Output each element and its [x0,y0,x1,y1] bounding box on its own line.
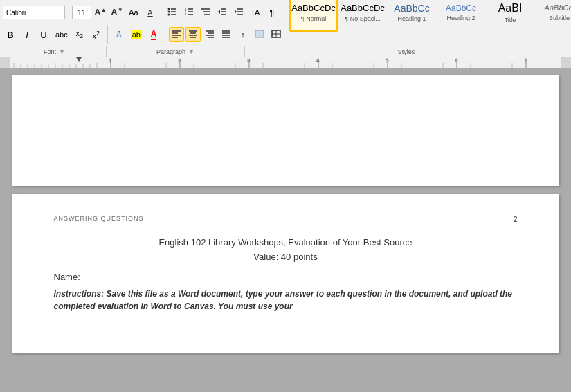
sort-icon: ↕A [251,8,260,17]
bold-button[interactable]: B [3,27,18,42]
divider5 [165,25,165,44]
font-section-label: Font ▼ [3,46,107,57]
page-number: 2 [513,215,517,223]
style-h2-preview: AaBbCc [446,3,476,13]
style-title[interactable]: AaBI Title [486,0,534,32]
clear-formatting-button[interactable]: A [143,5,158,20]
justify-button[interactable] [219,27,234,42]
sort-button[interactable]: ↕A [248,5,263,20]
style-title-preview: AaBI [498,1,523,15]
ribbon-row1: Calibri 11 A▲ A▼ Aa A 1.2.3. [3,1,568,24]
underline-button[interactable]: U [36,27,51,42]
align-left-button[interactable] [169,27,184,42]
shading-icon [255,29,264,40]
multilevel-list-icon [201,7,210,18]
bullets-button[interactable] [165,5,180,20]
style-normal[interactable]: AaBbCcDc ¶ Normal [289,0,338,32]
increase-indent-button[interactable] [231,5,246,20]
font-color-button[interactable]: A [146,27,161,42]
align-center-button[interactable] [185,27,201,42]
text-effects-icon: A [116,30,122,39]
align-right-button[interactable] [202,27,217,42]
document-area: ANSWERING QUESTIONS 2 English 102 Librar… [0,68,571,371]
doc-value: Value: 40 points [54,252,518,262]
style-nospace-label: ¶ No Spaci... [345,15,380,22]
bold-icon: B [7,30,13,40]
style-subtitle[interactable]: AaBbCcl Subtitle [535,0,571,32]
styles-section-label: Styles [245,46,568,57]
style-title-label: Title [505,17,516,24]
bullets-icon [167,7,177,18]
svg-marker-19 [235,10,237,14]
ruler-svg: 1 2 3 4 5 6 7 [0,57,571,68]
numbering-icon: 1.2.3. [184,7,194,18]
page-header-title: ANSWERING QUESTIONS [54,215,144,222]
show-hide-button[interactable]: ¶ [264,5,280,20]
numbering-button[interactable]: 1.2.3. [181,5,197,20]
svg-rect-39 [255,30,264,37]
subscript-button[interactable]: x2 [72,27,87,42]
italic-button[interactable]: I [19,27,35,42]
borders-button[interactable] [269,27,284,42]
strikethrough-button[interactable]: abc [53,27,71,42]
font-color-icon: A [151,29,157,40]
justify-icon [221,29,231,40]
font-shrink-button[interactable]: A▼ [109,5,125,20]
font-grow-button[interactable]: A▲ [93,5,108,20]
italic-icon: I [26,30,28,40]
borders-icon [271,29,281,40]
svg-point-0 [168,8,170,10]
ribbon: Calibri 11 A▲ A▼ Aa A 1.2.3. [0,0,571,57]
align-center-icon [188,29,198,40]
paragraph-section-label: Paragraph ▼ [107,46,245,57]
text-effects-button[interactable]: A [111,27,127,42]
increase-indent-icon [234,7,244,18]
style-normal-label: ¶ Normal [301,15,326,22]
style-heading2[interactable]: AaBbCc Heading 2 [437,0,485,32]
page-2: ANSWERING QUESTIONS 2 English 102 Librar… [12,194,559,353]
svg-text:2: 2 [178,57,181,64]
style-no-spacing[interactable]: AaBbCcDc ¶ No Spaci... [338,0,387,32]
styles-section: AaBbCcDc ¶ Normal AaBbCcDc ¶ No Spaci...… [289,0,571,32]
style-heading1[interactable]: AaBbCc Heading 1 [388,0,436,32]
decrease-indent-button[interactable] [215,5,230,20]
style-h1-preview: AaBbCc [394,3,429,15]
font-shrink-icon: A▼ [111,7,123,17]
highlight-icon: ab [131,30,142,39]
superscript-icon: x2 [92,30,100,40]
style-nospace-preview: AaBbCcDc [341,3,385,14]
svg-text:1: 1 [109,57,112,64]
change-case-button[interactable]: Aa [126,5,141,20]
subscript-icon: x2 [75,29,83,39]
highlight-button[interactable]: ab [128,27,145,42]
style-h2-label: Heading 2 [446,15,475,21]
svg-text:6: 6 [455,57,458,64]
font-grow-icon: A▲ [94,7,106,17]
style-subtitle-label: Subtitle [549,15,570,21]
doc-name-label: Name: [54,272,518,282]
superscript-button[interactable]: x2 [89,27,104,42]
svg-text:4: 4 [316,57,320,64]
pilcrow-icon: ¶ [270,8,275,18]
doc-title: English 102 Library Workshops, Evaluatio… [54,237,518,248]
ribbon-section-labels: Font ▼ Paragraph ▼ Styles [3,46,568,57]
svg-rect-44 [561,57,571,68]
style-normal-preview: AaBbCcDc [291,3,336,14]
page-header: ANSWERING QUESTIONS 2 [54,215,518,223]
svg-text:3: 3 [247,57,251,64]
svg-point-2 [168,11,170,13]
font-name-input[interactable]: Calibri [3,6,65,19]
divider4 [107,25,108,44]
svg-rect-45 [10,57,561,68]
underline-icon: U [40,30,46,40]
page-1 [12,75,559,186]
style-subtitle-preview: AaBbCcl [545,3,571,12]
svg-point-4 [168,14,170,16]
svg-text:5: 5 [386,57,389,64]
doc-instructions: Instructions: Save this file as a Word d… [54,288,518,312]
font-size-input[interactable]: 11 [72,6,91,19]
shading-button[interactable] [252,27,267,42]
multilevel-list-button[interactable] [198,5,213,20]
svg-rect-43 [0,57,10,68]
line-spacing-button[interactable]: ↕ [235,27,251,42]
